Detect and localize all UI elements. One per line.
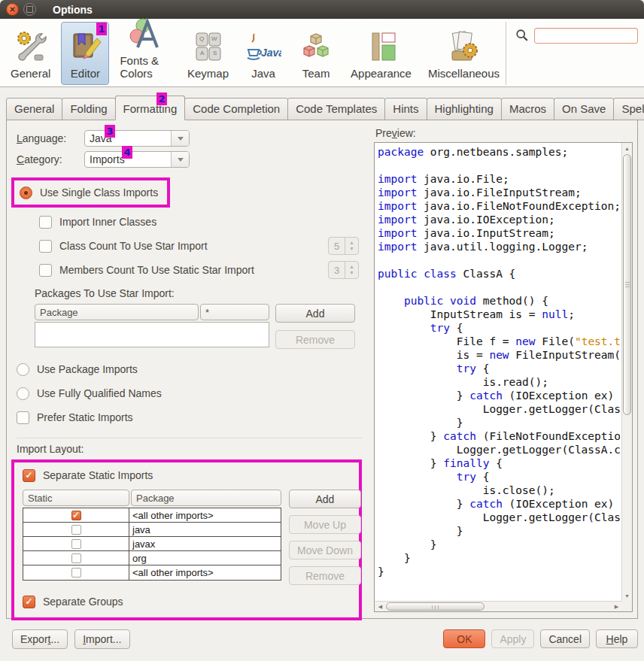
- preview-label: Preview:: [375, 127, 633, 139]
- chevron-down-icon: [171, 131, 189, 146]
- footer-left-buttons: Export... Import...: [12, 629, 130, 649]
- use-fully-qualified-radio[interactable]: [17, 387, 29, 400]
- package-cell: <all other imports>: [129, 508, 281, 522]
- scroll-up-icon[interactable]: ▲: [622, 144, 632, 153]
- apply-button: Apply: [491, 629, 534, 648]
- prefer-static-imports-checkbox[interactable]: [17, 411, 29, 424]
- use-single-class-imports-radio[interactable]: [20, 186, 32, 199]
- table-row[interactable]: org: [23, 551, 281, 565]
- tab-on-save[interactable]: On Save: [554, 98, 614, 120]
- scroll-left-icon[interactable]: ◀: [375, 602, 385, 611]
- tab-general[interactable]: General: [6, 98, 62, 120]
- static-checkbox[interactable]: [71, 568, 81, 578]
- static-cell: [23, 523, 129, 536]
- titlebar: ✕ Options: [0, 0, 644, 19]
- maximize-button[interactable]: [23, 3, 36, 16]
- scroll-down-icon[interactable]: ▼: [622, 591, 632, 601]
- vertical-scrollbar-thumb[interactable]: [623, 154, 631, 415]
- chevron-down-icon: [171, 152, 189, 167]
- options-window: ✕ Options GeneralEditorFonts & ColorsQWA…: [0, 0, 644, 661]
- spinner-arrows-icon: ▲▼: [345, 262, 358, 278]
- members-count-row: Members Count To Use Static Star Import …: [39, 260, 366, 280]
- svg-text:S: S: [213, 50, 217, 56]
- toolbar-item-label: Team: [302, 67, 330, 80]
- import-inner-classes-checkbox[interactable]: [39, 216, 52, 229]
- tab-code-completion[interactable]: Code Completion: [184, 98, 288, 120]
- toolbar-item-miscellaneous[interactable]: Miscellaneous: [422, 22, 506, 85]
- static-checkbox[interactable]: [71, 525, 81, 535]
- category-combobox[interactable]: Imports: [84, 151, 190, 168]
- column-header-static[interactable]: Static: [23, 490, 129, 506]
- column-header-package[interactable]: Package: [131, 490, 281, 506]
- annotation-highlight-box-1: Use Single Class Imports: [11, 177, 170, 208]
- tab-formatting[interactable]: Formatting: [115, 96, 186, 120]
- scroll-right-icon[interactable]: ▶: [612, 602, 621, 611]
- tab-strip: GeneralFoldingFormattingCode CompletionC…: [0, 87, 644, 120]
- horizontal-scrollbar-thumb[interactable]: [386, 602, 485, 611]
- members-count-checkbox[interactable]: [39, 264, 52, 277]
- separate-static-imports-row: ✓ Separate Static Imports: [23, 465, 356, 485]
- toolbar-item-appearance[interactable]: Appearance: [345, 22, 418, 85]
- separate-static-imports-checkbox[interactable]: ✓: [23, 469, 35, 482]
- static-cell: [23, 537, 129, 550]
- use-single-class-imports-label: Use Single Class Imports: [40, 186, 158, 199]
- svg-text:Q: Q: [199, 35, 204, 42]
- import-layout-table: Static Package ✓<all other imports>javaj…: [23, 490, 356, 585]
- export-button[interactable]: Export...: [12, 629, 68, 649]
- table-row[interactable]: ✓<all other imports>: [23, 508, 281, 523]
- toolbar-item-general[interactable]: General: [5, 22, 56, 85]
- import-button[interactable]: Import...: [74, 629, 129, 649]
- table-row[interactable]: <all other imports>: [23, 565, 281, 580]
- close-button[interactable]: ✕: [6, 3, 19, 16]
- help-button[interactable]: Help: [596, 629, 638, 648]
- fonts-colors-icon: [127, 16, 163, 52]
- tab-hints[interactable]: Hints: [384, 98, 427, 120]
- tab-highlighting[interactable]: Highlighting: [427, 98, 502, 120]
- static-checkbox[interactable]: ✓: [71, 511, 81, 520]
- members-count-value: 3: [329, 262, 345, 278]
- ok-button[interactable]: OK: [443, 629, 485, 648]
- tab-code-templates[interactable]: Code Templates: [287, 98, 385, 120]
- language-value: Java: [85, 132, 171, 144]
- static-cell: [23, 551, 129, 565]
- tab-spellchecker[interactable]: Spellchecker: [613, 98, 644, 120]
- scrollbar-corner: [621, 601, 632, 611]
- tab-macros[interactable]: Macros: [501, 98, 554, 120]
- add-button[interactable]: Add: [289, 490, 361, 508]
- table-row[interactable]: javax: [23, 537, 281, 551]
- cancel-button[interactable]: Cancel: [540, 629, 590, 648]
- static-checkbox[interactable]: [71, 553, 81, 563]
- use-package-imports-radio[interactable]: [17, 363, 29, 376]
- use-fully-qualified-row: Use Fully Qualified Names: [17, 384, 366, 403]
- package-cell: org: [129, 551, 281, 565]
- column-header-package[interactable]: Package: [35, 304, 199, 320]
- class-count-checkbox[interactable]: [39, 240, 52, 253]
- language-label: Language:: [17, 132, 84, 144]
- import-options-column: Language: Java Category: Imports Use Sin…: [11, 126, 366, 612]
- members-count-label: Members Count To Use Static Star Import: [59, 264, 254, 276]
- static-checkbox[interactable]: [71, 539, 81, 549]
- dialog-footer: Export... Import... OK Apply Cancel Help: [0, 619, 644, 661]
- vertical-scrollbar[interactable]: ▲ ▼: [621, 143, 632, 601]
- toolbar-item-team[interactable]: Team: [292, 22, 340, 85]
- horizontal-scrollbar[interactable]: ◀ ▶: [375, 601, 621, 611]
- category-row: Category: Imports: [17, 150, 366, 168]
- separate-groups-checkbox[interactable]: ✓: [23, 596, 35, 608]
- formatting-panel: Language: Java Category: Imports Use Sin…: [6, 120, 638, 619]
- add-button[interactable]: Add: [275, 304, 355, 323]
- package-cell: <all other imports>: [129, 565, 281, 580]
- star-import-table-body[interactable]: [35, 322, 269, 347]
- team-cubes-icon: [298, 29, 334, 65]
- toolbar-item-java[interactable]: JavaJava: [239, 22, 287, 85]
- column-header-star[interactable]: *: [200, 304, 269, 320]
- tab-folding[interactable]: Folding: [62, 98, 115, 120]
- table-row[interactable]: java: [23, 523, 281, 537]
- footer-right-buttons: OK Apply Cancel Help: [443, 629, 638, 648]
- toolbar-item-keymap[interactable]: QWASKeymap: [181, 22, 235, 85]
- search-input[interactable]: [534, 28, 638, 44]
- separate-groups-label: Separate Groups: [43, 596, 123, 608]
- language-combobox[interactable]: Java: [84, 130, 190, 147]
- toolbar-item-label: Appearance: [351, 67, 412, 80]
- gear-wrench-icon: [13, 29, 49, 65]
- toolbar-item-fonts-colors[interactable]: Fonts & Colors: [114, 22, 177, 85]
